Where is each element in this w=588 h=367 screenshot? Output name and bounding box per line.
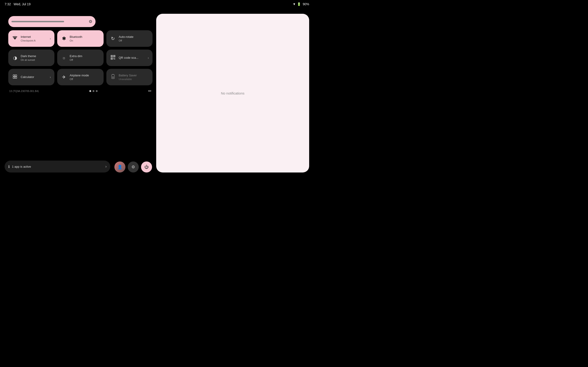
power-icon: ⏻ bbox=[145, 165, 149, 169]
bottom-buttons: 👤 ⚙ ⏻ bbox=[114, 161, 152, 173]
page-dots bbox=[89, 90, 98, 92]
bluetooth-subtitle: On bbox=[69, 39, 100, 42]
qr-code-title: QR code sca... bbox=[119, 56, 145, 60]
battery-saver-text: Battery Saver Unavailable bbox=[119, 74, 149, 81]
svg-rect-4 bbox=[114, 56, 115, 56]
internet-subtitle: Checkpoint A bbox=[21, 39, 47, 42]
status-right: ▾ 🔋 90% bbox=[293, 2, 309, 6]
bluetooth-text: Bluetooth On bbox=[69, 35, 100, 42]
tile-auto-rotate[interactable]: ↻ Auto-rotate Off bbox=[106, 30, 153, 47]
extra-dim-subtitle: Off bbox=[69, 58, 100, 61]
info-icon: ℹ bbox=[8, 165, 10, 169]
qr-code-text: QR code sca... bbox=[119, 56, 145, 60]
power-button[interactable]: ⏻ bbox=[141, 161, 152, 173]
settings-button[interactable]: ⚙ bbox=[128, 161, 139, 173]
svg-marker-0 bbox=[13, 37, 17, 40]
auto-rotate-subtitle: Off bbox=[119, 39, 149, 42]
brightness-gear-icon[interactable]: ⚙ bbox=[89, 19, 92, 24]
auto-rotate-icon: ↻ bbox=[110, 36, 116, 41]
no-notifications-text: No notifications bbox=[221, 91, 245, 95]
svg-rect-2 bbox=[111, 56, 112, 56]
page-dot-1 bbox=[93, 90, 95, 92]
svg-rect-17 bbox=[112, 76, 114, 78]
bluetooth-icon: ✱ bbox=[61, 36, 67, 41]
svg-rect-12 bbox=[15, 75, 17, 76]
brightness-fill bbox=[11, 21, 64, 22]
brightness-row: ⚙ bbox=[8, 16, 153, 27]
airplane-title: Airplane mode bbox=[69, 74, 100, 77]
tile-battery-saver[interactable]: Battery Saver Unavailable bbox=[106, 69, 153, 85]
svg-rect-7 bbox=[113, 58, 114, 58]
svg-rect-8 bbox=[115, 58, 115, 58]
status-bar: 7:32 Wed, Jul 19 ▾ 🔋 90% bbox=[0, 0, 314, 8]
tiles-grid: Internet Checkpoint A › ✱ Bluetooth On ↻… bbox=[8, 30, 153, 85]
extra-dim-icon: ☼ bbox=[61, 56, 67, 60]
calculator-icon bbox=[12, 74, 18, 80]
extra-dim-text: Extra dim Off bbox=[69, 54, 100, 61]
bluetooth-title: Bluetooth bbox=[69, 35, 100, 39]
calculator-chevron: › bbox=[50, 75, 51, 79]
battery-saver-title: Battery Saver bbox=[119, 74, 149, 77]
auto-rotate-text: Auto-rotate Off bbox=[119, 35, 149, 42]
tile-airplane[interactable]: ✈ Airplane mode Off bbox=[57, 69, 103, 85]
tile-calculator[interactable]: Calculator › bbox=[8, 69, 54, 85]
svg-rect-10 bbox=[114, 59, 115, 59]
battery-saver-subtitle: Unavailable bbox=[119, 78, 149, 81]
internet-icon bbox=[12, 36, 18, 41]
internet-title: Internet bbox=[21, 35, 47, 39]
auto-rotate-title: Auto-rotate bbox=[119, 35, 149, 39]
extra-dim-title: Extra dim bbox=[69, 54, 100, 58]
battery-saver-icon bbox=[110, 74, 116, 80]
airplane-subtitle: Off bbox=[69, 78, 100, 81]
dark-theme-subtitle: On at sunset bbox=[21, 58, 51, 61]
tile-qr-code[interactable]: QR code sca... › bbox=[106, 50, 153, 66]
airplane-icon: ✈ bbox=[61, 74, 67, 80]
svg-rect-9 bbox=[113, 59, 114, 59]
svg-rect-11 bbox=[13, 75, 15, 76]
avatar-button[interactable]: 👤 bbox=[114, 161, 125, 173]
svg-rect-13 bbox=[13, 77, 15, 78]
calculator-title: Calculator bbox=[21, 75, 47, 79]
qr-code-chevron: › bbox=[148, 56, 149, 60]
page-dot-2 bbox=[96, 90, 98, 92]
calculator-text: Calculator bbox=[21, 75, 47, 79]
tile-bluetooth[interactable]: ✱ Bluetooth On bbox=[57, 30, 103, 47]
version-text: 13 (TQ3A.230705.001.B4) bbox=[9, 90, 39, 92]
dark-theme-icon: ◑ bbox=[12, 55, 18, 60]
page-dot-0 bbox=[89, 90, 91, 92]
tile-extra-dim[interactable]: ☼ Extra dim Off bbox=[57, 50, 103, 66]
tile-internet[interactable]: Internet Checkpoint A › bbox=[8, 30, 54, 47]
tile-dark-theme[interactable]: ◑ Dark theme On at sunset bbox=[8, 50, 54, 66]
wifi-icon: ▾ bbox=[293, 2, 295, 6]
time: 7:32 bbox=[5, 2, 11, 6]
notification-panel: No notifications bbox=[156, 14, 309, 173]
qs-footer: 13 (TQ3A.230705.001.B4) ✏ bbox=[8, 86, 153, 94]
qr-code-icon bbox=[110, 55, 116, 60]
internet-text: Internet Checkpoint A bbox=[21, 35, 47, 42]
settings-icon: ⚙ bbox=[131, 165, 135, 169]
active-app-text: 1 app is active bbox=[12, 165, 103, 168]
svg-rect-6 bbox=[111, 58, 112, 59]
quick-settings-panel: ⚙ Internet Checkpoint A › ✱ Bluetooth On… bbox=[5, 14, 156, 97]
active-app-chevron: › bbox=[105, 165, 107, 169]
brightness-control[interactable]: ⚙ bbox=[8, 16, 95, 27]
internet-chevron: › bbox=[50, 37, 51, 40]
active-app-bar[interactable]: ℹ 1 app is active › bbox=[5, 161, 110, 173]
battery-icon: 🔋 bbox=[297, 2, 301, 6]
dark-theme-title: Dark theme bbox=[21, 54, 51, 58]
avatar-image: 👤 bbox=[114, 161, 125, 173]
battery-percent: 90% bbox=[303, 2, 309, 6]
edit-icon[interactable]: ✏ bbox=[148, 89, 152, 94]
date: Wed, Jul 19 bbox=[14, 2, 31, 6]
dark-theme-text: Dark theme On at sunset bbox=[21, 54, 51, 61]
status-left: 7:32 Wed, Jul 19 bbox=[5, 2, 31, 6]
svg-rect-14 bbox=[15, 77, 17, 78]
airplane-text: Airplane mode Off bbox=[69, 74, 100, 81]
